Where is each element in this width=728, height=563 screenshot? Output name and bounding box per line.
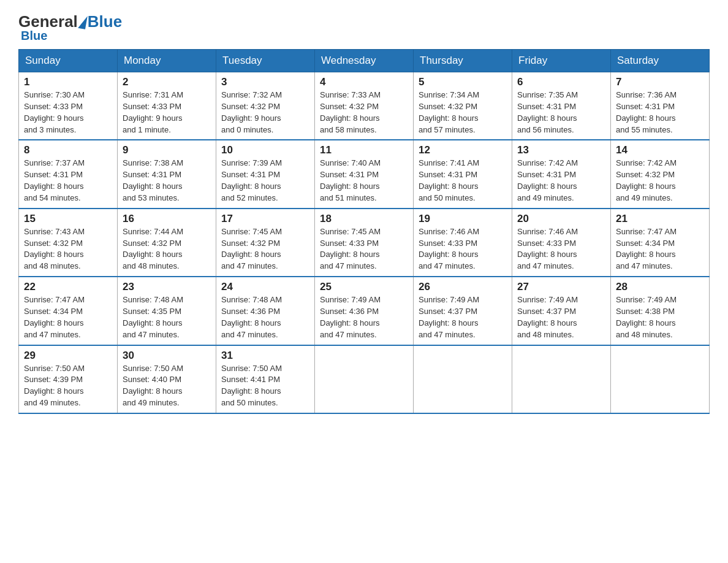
day-info-line: Sunset: 4:33 PM	[123, 102, 181, 111]
day-info-line: Sunset: 4:33 PM	[24, 102, 83, 111]
day-info-line: Sunset: 4:32 PM	[24, 239, 83, 248]
day-info: Sunrise: 7:36 AMSunset: 4:31 PMDaylight:…	[616, 90, 704, 136]
day-info-line: Daylight: 8 hours	[320, 182, 380, 191]
day-number: 4	[320, 76, 408, 88]
calendar-cell: 30Sunrise: 7:50 AMSunset: 4:40 PMDayligh…	[118, 345, 216, 413]
weekday-header-friday: Friday	[512, 50, 611, 72]
day-number: 27	[517, 281, 605, 293]
day-info-line: and 48 minutes.	[123, 261, 180, 270]
day-info: Sunrise: 7:41 AMSunset: 4:31 PMDaylight:…	[419, 158, 507, 204]
day-number: 9	[123, 144, 211, 156]
day-info: Sunrise: 7:42 AMSunset: 4:32 PMDaylight:…	[616, 158, 704, 204]
page-header: General Blue Blue	[18, 12, 710, 43]
day-info-line: Daylight: 8 hours	[419, 113, 479, 123]
calendar-cell: 27Sunrise: 7:49 AMSunset: 4:37 PMDayligh…	[512, 277, 611, 345]
day-info-line: Sunset: 4:31 PM	[24, 170, 83, 179]
calendar-cell: 22Sunrise: 7:47 AMSunset: 4:34 PMDayligh…	[19, 277, 118, 345]
day-info-line: Sunset: 4:32 PM	[616, 170, 675, 179]
day-info-line: Sunrise: 7:41 AM	[419, 158, 479, 167]
day-info: Sunrise: 7:31 AMSunset: 4:33 PMDaylight:…	[123, 90, 211, 136]
day-info-line: and 1 minute.	[123, 125, 171, 134]
day-info-line: and 56 minutes.	[517, 125, 574, 134]
calendar-cell: 8Sunrise: 7:37 AMSunset: 4:31 PMDaylight…	[19, 140, 118, 208]
day-info: Sunrise: 7:45 AMSunset: 4:33 PMDaylight:…	[320, 226, 408, 272]
day-info-line: Daylight: 8 hours	[24, 250, 84, 259]
day-info-line: Sunset: 4:37 PM	[517, 307, 576, 316]
day-number: 18	[320, 213, 408, 225]
day-info: Sunrise: 7:46 AMSunset: 4:33 PMDaylight:…	[517, 226, 605, 272]
logo-blue-text: Blue	[88, 12, 122, 31]
day-info-line: Sunrise: 7:46 AM	[419, 227, 479, 236]
day-info-line: and 49 minutes.	[123, 398, 180, 407]
week-row-4: 22Sunrise: 7:47 AMSunset: 4:34 PMDayligh…	[19, 277, 710, 345]
day-number: 11	[320, 144, 408, 156]
day-info-line: Sunset: 4:31 PM	[419, 170, 477, 179]
day-info-line: and 50 minutes.	[221, 398, 278, 407]
day-info: Sunrise: 7:49 AMSunset: 4:37 PMDaylight:…	[419, 294, 507, 340]
day-info: Sunrise: 7:49 AMSunset: 4:38 PMDaylight:…	[616, 294, 704, 340]
day-info-line: Daylight: 8 hours	[616, 318, 676, 327]
day-info: Sunrise: 7:48 AMSunset: 4:36 PMDaylight:…	[221, 294, 309, 340]
day-info-line: Daylight: 8 hours	[320, 113, 380, 123]
day-info-line: and 49 minutes.	[616, 193, 673, 202]
day-info: Sunrise: 7:38 AMSunset: 4:31 PMDaylight:…	[123, 158, 211, 204]
day-info-line: Sunrise: 7:50 AM	[123, 364, 183, 373]
day-number: 5	[419, 76, 507, 88]
day-info-line: Sunset: 4:40 PM	[123, 375, 181, 384]
calendar-cell: 11Sunrise: 7:40 AMSunset: 4:31 PMDayligh…	[315, 140, 414, 208]
day-info-line: Daylight: 8 hours	[221, 250, 281, 259]
day-info-line: Daylight: 8 hours	[320, 318, 380, 327]
week-row-1: 1Sunrise: 7:30 AMSunset: 4:33 PMDaylight…	[19, 72, 710, 140]
day-info-line: Daylight: 8 hours	[616, 113, 676, 123]
day-info-line: and 49 minutes.	[517, 193, 574, 202]
day-info-line: Sunrise: 7:35 AM	[517, 90, 578, 99]
day-number: 12	[419, 144, 507, 156]
day-info: Sunrise: 7:50 AMSunset: 4:40 PMDaylight:…	[123, 363, 211, 409]
day-number: 30	[123, 350, 211, 362]
day-info-line: Sunrise: 7:49 AM	[616, 295, 677, 304]
weekday-header-saturday: Saturday	[611, 50, 710, 72]
day-info-line: Sunset: 4:31 PM	[123, 170, 181, 179]
day-info-line: Sunrise: 7:50 AM	[221, 364, 282, 373]
calendar-cell	[315, 345, 414, 413]
day-info: Sunrise: 7:47 AMSunset: 4:34 PMDaylight:…	[616, 226, 704, 272]
day-info-line: Sunset: 4:32 PM	[221, 239, 280, 248]
calendar-cell: 7Sunrise: 7:36 AMSunset: 4:31 PMDaylight…	[611, 72, 710, 140]
day-info: Sunrise: 7:49 AMSunset: 4:36 PMDaylight:…	[320, 294, 408, 340]
day-info-line: Sunset: 4:32 PM	[123, 239, 181, 248]
day-info: Sunrise: 7:33 AMSunset: 4:32 PMDaylight:…	[320, 90, 408, 136]
day-info-line: and 50 minutes.	[419, 193, 476, 202]
day-info-line: Sunrise: 7:47 AM	[24, 295, 85, 304]
calendar-cell: 25Sunrise: 7:49 AMSunset: 4:36 PMDayligh…	[315, 277, 414, 345]
day-info-line: Sunrise: 7:47 AM	[616, 227, 677, 236]
calendar-table: SundayMondayTuesdayWednesdayThursdayFrid…	[18, 49, 710, 414]
day-info-line: Sunrise: 7:39 AM	[221, 158, 282, 167]
day-info-line: Sunset: 4:36 PM	[221, 307, 280, 316]
day-number: 23	[123, 281, 211, 293]
day-info-line: Sunset: 4:34 PM	[24, 307, 83, 316]
week-row-5: 29Sunrise: 7:50 AMSunset: 4:39 PMDayligh…	[19, 345, 710, 413]
day-info-line: Sunset: 4:33 PM	[419, 239, 477, 248]
day-info-line: and 55 minutes.	[616, 125, 673, 134]
weekday-header-tuesday: Tuesday	[216, 50, 315, 72]
calendar-cell: 17Sunrise: 7:45 AMSunset: 4:32 PMDayligh…	[216, 209, 315, 277]
calendar-cell	[414, 345, 512, 413]
day-number: 2	[123, 76, 211, 88]
day-info-line: and 47 minutes.	[320, 261, 377, 270]
calendar-cell	[512, 345, 611, 413]
day-info: Sunrise: 7:44 AMSunset: 4:32 PMDaylight:…	[123, 226, 211, 272]
day-info-line: Sunrise: 7:48 AM	[221, 295, 282, 304]
day-info-line: Daylight: 8 hours	[616, 250, 676, 259]
day-info-line: Daylight: 8 hours	[123, 386, 183, 396]
calendar-cell: 28Sunrise: 7:49 AMSunset: 4:38 PMDayligh…	[611, 277, 710, 345]
day-number: 16	[123, 213, 211, 225]
calendar-cell: 23Sunrise: 7:48 AMSunset: 4:35 PMDayligh…	[118, 277, 216, 345]
day-info: Sunrise: 7:47 AMSunset: 4:34 PMDaylight:…	[24, 294, 112, 340]
day-info-line: Sunrise: 7:33 AM	[320, 90, 381, 99]
day-number: 13	[517, 144, 605, 156]
calendar-cell: 9Sunrise: 7:38 AMSunset: 4:31 PMDaylight…	[118, 140, 216, 208]
day-info-line: Sunset: 4:31 PM	[616, 102, 675, 111]
day-info-line: and 48 minutes.	[616, 330, 673, 339]
day-info-line: Sunrise: 7:49 AM	[419, 295, 479, 304]
day-number: 17	[221, 213, 309, 225]
